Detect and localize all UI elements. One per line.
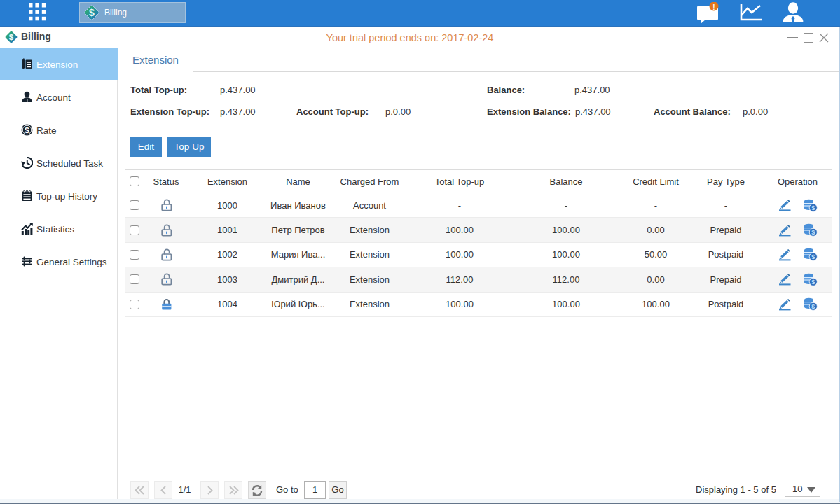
svg-text:$: $ <box>811 254 815 261</box>
svg-text:$: $ <box>89 7 95 18</box>
svg-text:$: $ <box>811 279 815 286</box>
svg-text:$: $ <box>25 126 29 134</box>
svg-text:$: $ <box>9 33 14 41</box>
svg-text:$: $ <box>811 303 815 310</box>
svg-text:$: $ <box>811 204 815 211</box>
svg-text:!: ! <box>712 4 715 11</box>
svg-text:$: $ <box>811 229 815 236</box>
